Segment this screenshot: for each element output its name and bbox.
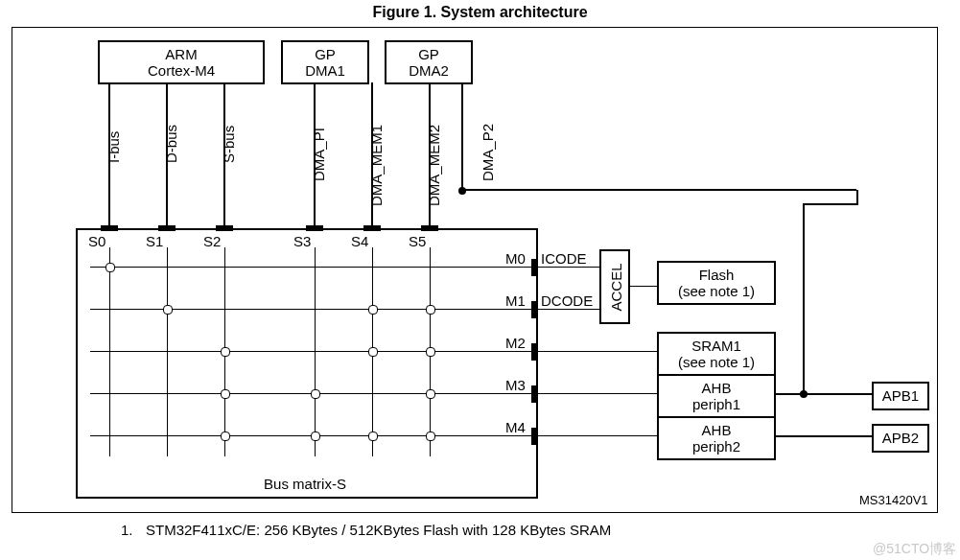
accel-box: ACCEL [599,249,630,324]
port-m2 [531,343,537,361]
bus-matrix-label: Bus matrix-S [76,476,534,492]
dma2-line2: DMA2 [409,61,449,78]
cpu-box: ARMCortex-M4 [98,40,265,84]
xnode [105,263,115,272]
ahb2-l2: periph2 [692,437,740,454]
s2-label: S2 [203,233,221,249]
m3-label: M3 [505,377,526,393]
cpu-line1: ARM [165,46,197,62]
sbus-label: S-bus [221,126,237,163]
line-ahb1-up [803,203,805,393]
xnode [368,432,378,441]
xnode [221,347,230,357]
doc-id: MS31420V1 [859,493,928,507]
dma2-line1: GP [418,46,439,62]
dcode-label: DCODE [541,292,593,309]
ahb1-l1: AHB [702,380,732,396]
row-m3 [90,393,572,394]
port-m4 [531,428,537,445]
dbus-label: D-bus [163,125,179,163]
s1-label: S1 [146,233,163,249]
apb2-box: APB2 [872,424,929,453]
line-top-right [804,203,857,205]
xnode [426,305,435,315]
port-m3 [531,385,537,403]
port-s2 [216,225,233,231]
ahb2-box: AHBperiph2 [657,416,776,460]
line-m4-ahb2 [537,435,657,436]
flash-box: Flash(see note 1) [657,261,776,305]
figure-title: Figure 1. System architecture [0,4,960,21]
port-m1 [531,301,537,318]
s0-label: S0 [88,233,105,249]
m2-label: M2 [505,335,526,351]
grid-v1 [167,247,168,456]
line-m3-ahb1 [537,393,657,394]
dma2-box: GPDMA2 [385,40,473,84]
port-s1 [158,225,176,231]
m0-label: M0 [505,250,526,267]
line-ahb2-out [774,435,872,437]
conn-dmap2 [461,82,463,190]
apb2-label: APB2 [882,430,919,446]
port-s4 [363,225,381,231]
dma1-line1: GP [315,46,336,62]
footnote-text: STM32F411xC/E: 256 KBytes / 512KBytes Fl… [146,522,611,538]
port-s0 [101,225,118,231]
line-right-down [856,190,858,205]
dmap2-label: DMA_P2 [480,124,496,181]
dma1-box: GPDMA1 [281,40,369,84]
xnode [221,432,230,441]
line-m1-accel [537,309,599,310]
s5-label: S5 [409,233,426,249]
dmamem1-label: DMA_MEM1 [368,125,385,206]
xnode [426,347,435,357]
footnote-num: 1. [121,522,133,538]
bus-matrix [76,228,538,499]
xnode [311,432,320,441]
line-accel-flash [628,286,657,287]
line-m2-sram [537,351,657,352]
sram1-l1: SRAM1 [691,338,741,354]
ahb1-l2: periph1 [692,395,740,411]
apb1-box: APB1 [872,382,929,410]
xnode [163,305,173,315]
xnode [426,389,435,399]
row-m0 [90,267,572,268]
line-dmap2-right [463,189,856,191]
icode-label: ICODE [541,250,587,267]
xnode [221,389,230,399]
dma1-line2: DMA1 [305,61,345,78]
sram1-l2: (see note 1) [678,353,755,369]
dmamem2-label: DMA_MEM2 [426,125,442,206]
line-ahb1-out [774,393,872,395]
flash-l2: (see note 1) [678,282,755,298]
xnode [311,389,320,399]
port-s3 [306,225,323,231]
xnode [368,347,378,357]
cpu-line2: Cortex-M4 [148,61,215,78]
m1-label: M1 [505,292,526,309]
dmapi-label: DMA_PI [311,128,327,181]
row-m4 [90,435,572,436]
ahb1-box: AHBperiph1 [657,374,776,418]
accel-label: ACCEL [608,264,624,312]
port-m0 [531,259,537,276]
line-m0-accel [537,267,599,268]
xnode [368,305,378,315]
port-s5 [421,225,438,231]
grid-v3 [315,247,316,456]
xnode [426,432,435,441]
sram1-box: SRAM1(see note 1) [657,332,776,376]
apb1-label: APB1 [882,387,919,404]
watermark: @51CTO博客 [873,541,956,558]
s3-label: S3 [293,233,311,249]
ibus-label: I-bus [105,131,122,163]
flash-l1: Flash [699,267,735,283]
grid-v0 [109,247,110,456]
ahb2-l1: AHB [702,422,732,438]
m4-label: M4 [505,419,526,435]
row-m2 [90,351,572,352]
s4-label: S4 [351,233,368,249]
